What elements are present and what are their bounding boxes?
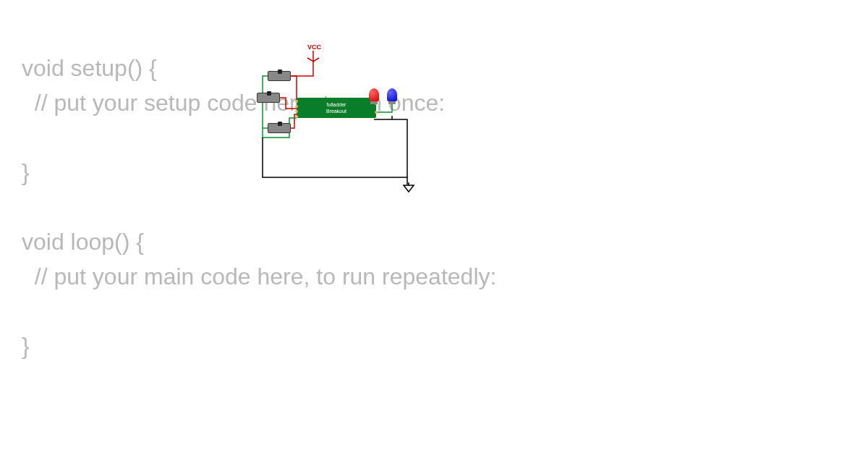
chip-pin — [375, 111, 378, 114]
slide-switch-2[interactable] — [257, 93, 280, 103]
ground-icon — [403, 182, 414, 193]
chip-label-line2: Breakout — [326, 108, 346, 114]
slide-switch-1[interactable] — [268, 71, 291, 81]
chip-pin — [295, 105, 298, 108]
chip-pin — [295, 100, 298, 103]
code-line-9: } — [22, 333, 30, 359]
chip-label-line1: fulladder — [327, 101, 346, 108]
fulladder-breakout-chip[interactable]: fulladder Breakout — [297, 98, 376, 118]
chip-pin — [295, 110, 298, 113]
led-red[interactable] — [369, 88, 379, 101]
code-line-4: } — [22, 159, 30, 185]
code-line-1: void setup() { — [22, 55, 157, 81]
slide-switch-3[interactable] — [268, 123, 291, 133]
code-line-6: void loop() { — [22, 229, 144, 255]
chip-pin — [295, 115, 298, 118]
led-blue[interactable] — [387, 88, 397, 101]
code-line-7: // put your main code here, to run repea… — [22, 263, 496, 290]
circuit-diagram[interactable]: VCC fulladder Breakout — [257, 43, 430, 203]
